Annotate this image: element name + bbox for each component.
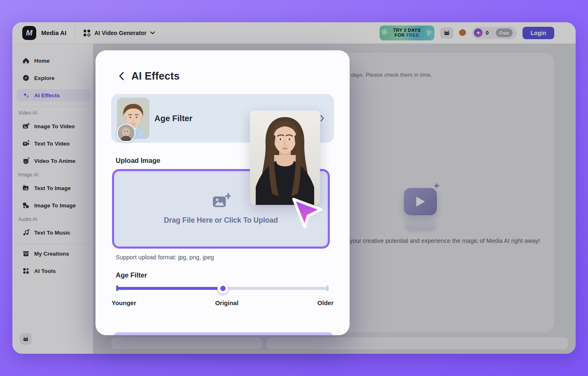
upload-support-text: Support upload format: jpg, png, jpeg <box>116 254 214 261</box>
chevron-right-icon[interactable] <box>320 115 324 123</box>
upload-preview-image <box>250 110 320 205</box>
upload-image-label: Upload Image <box>116 157 160 164</box>
cursor-icon <box>288 195 326 233</box>
effect-card-title: Age Filter <box>154 94 192 143</box>
modal-title: AI Effects <box>131 70 180 82</box>
slider-thumb[interactable] <box>217 283 228 294</box>
slider-label-original: Original <box>215 299 238 306</box>
chevron-left-icon <box>119 72 124 80</box>
generate-button-partial[interactable] <box>113 332 334 335</box>
aged-result-thumbnail <box>117 124 135 142</box>
slider-label-older: Older <box>317 299 334 306</box>
slider-tick-labels: Younger Original Older <box>112 299 334 306</box>
slider-fill <box>117 287 223 290</box>
dropzone-text: Drag File Here or Click To Upload <box>164 216 278 225</box>
slider-thumb-dot <box>220 286 226 291</box>
modal-title-row: AI Effects <box>119 70 180 82</box>
slider-left-cap <box>116 285 118 291</box>
age-filter-slider[interactable] <box>117 285 328 291</box>
age-filter-slider-label: Age Filter <box>116 271 147 279</box>
slider-label-younger: Younger <box>112 299 136 306</box>
add-image-icon <box>212 193 231 209</box>
back-button[interactable] <box>119 72 124 80</box>
slider-right-cap <box>327 285 329 291</box>
page: M Media AI AI Video Generator <box>0 0 588 376</box>
